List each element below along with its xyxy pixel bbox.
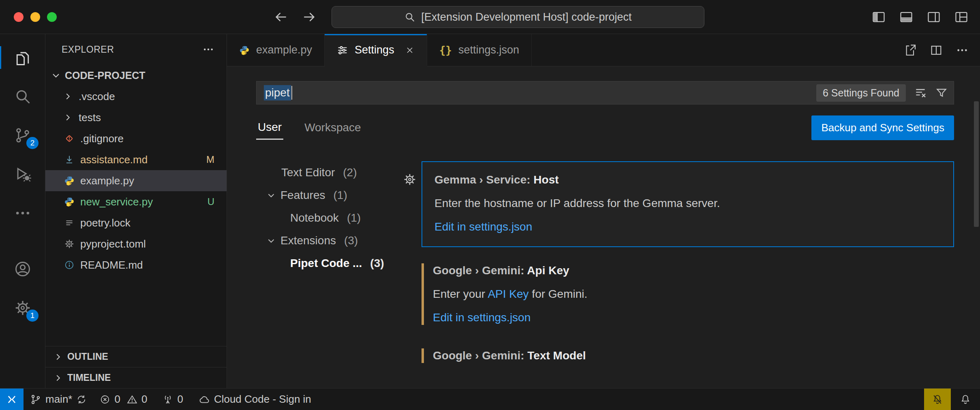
cloud-code-status-item[interactable]: Cloud Code - Sign in	[192, 389, 318, 410]
chevron-down-icon	[50, 70, 62, 81]
radio-tower-icon	[163, 394, 173, 405]
edit-in-settings-json-link[interactable]: Edit in settings.json	[433, 311, 531, 324]
scope-tab-workspace[interactable]: Workspace	[303, 116, 363, 139]
explorer-item-tests[interactable]: tests	[45, 107, 227, 128]
toc-features[interactable]: Features (1)	[256, 184, 410, 207]
settings-sliders-icon	[337, 45, 348, 56]
chevron-right-icon	[53, 352, 63, 362]
activity-source-control[interactable]: 2	[0, 116, 45, 155]
activity-more[interactable]	[0, 194, 45, 233]
problems-status-item[interactable]: 0 0	[93, 389, 156, 410]
activity-bar: 2 1	[0, 34, 45, 388]
settings-search-input[interactable]: pipet 6 Settings Found	[256, 81, 954, 105]
remote-indicator[interactable]	[0, 389, 24, 410]
search-icon	[404, 11, 415, 23]
toc-extensions[interactable]: Extensions (3)	[256, 229, 410, 252]
python-icon	[64, 196, 75, 207]
explorer-item-poetry-lock[interactable]: poetry.lock	[45, 212, 227, 233]
vscode-window: [Extension Development Host] code-projec…	[0, 0, 980, 410]
info-icon	[64, 260, 75, 270]
json-icon: {}	[439, 44, 452, 56]
activity-search[interactable]	[0, 77, 45, 116]
window-title: [Extension Development Host] code-projec…	[421, 11, 631, 23]
chevron-right-icon	[53, 373, 63, 383]
tab-settings-json[interactable]: {} settings.json	[427, 34, 532, 66]
setting-title: Google › Gemini: Text Model	[433, 349, 942, 362]
explorer-item-new-service-py[interactable]: new_service.py U	[45, 191, 227, 212]
ellipsis-icon	[14, 204, 32, 222]
scm-changes-badge: 2	[26, 137, 39, 149]
minimize-window-button[interactable]	[30, 12, 40, 22]
git-modified-badge: M	[206, 154, 214, 165]
open-settings-json-icon[interactable]	[904, 44, 917, 57]
git-file-icon	[64, 133, 75, 144]
results-count-badge: 6 Settings Found	[816, 84, 906, 102]
scope-tab-user[interactable]: User	[256, 116, 283, 140]
activity-settings[interactable]: 1	[0, 288, 45, 327]
toc-notebook[interactable]: Notebook (1)	[256, 207, 410, 229]
backup-sync-settings-button[interactable]: Backup and Sync Settings	[811, 115, 954, 140]
close-tab-icon[interactable]	[405, 45, 415, 55]
notifications-toggle[interactable]	[951, 389, 980, 410]
account-icon	[14, 260, 32, 278]
timeline-section-header[interactable]: TIMELINE	[45, 367, 227, 388]
window-controls	[14, 0, 57, 34]
setting-gemma-service-host[interactable]: Gemma › Service: Host Enter the hostname…	[422, 161, 954, 247]
explorer-item-assistance-md[interactable]: assistance.md M	[45, 149, 227, 170]
editor-scrollbar[interactable]	[974, 101, 979, 227]
chevron-down-icon	[266, 235, 276, 246]
files-icon	[14, 49, 32, 66]
run-debug-icon	[14, 165, 32, 183]
history-back-icon[interactable]	[274, 10, 288, 24]
explorer-item-example-py[interactable]: example.py	[45, 170, 227, 191]
explorer-item-vscode[interactable]: .vscode	[45, 86, 227, 107]
toggle-primary-sidebar-icon[interactable]	[871, 10, 886, 24]
do-not-disturb-toggle[interactable]	[924, 389, 951, 410]
tab-example-py[interactable]: example.py	[227, 34, 325, 66]
close-window-button[interactable]	[14, 12, 24, 22]
explorer-more-actions-icon[interactable]	[202, 43, 214, 56]
api-key-link[interactable]: API Key	[488, 288, 529, 300]
git-untracked-badge: U	[208, 196, 214, 207]
outline-section-header[interactable]: OUTLINE	[45, 346, 227, 367]
setting-actions-gear-icon[interactable]	[403, 173, 417, 186]
zoom-window-button[interactable]	[47, 12, 57, 22]
setting-google-gemini-text-model[interactable]: Google › Gemini: Text Model	[422, 347, 954, 365]
text-cursor	[291, 86, 292, 100]
branch-status-item[interactable]: main*	[24, 389, 93, 410]
ports-status-item[interactable]: 0	[156, 389, 192, 410]
settings-scope-tabs: User Workspace Backup and Sync Settings	[256, 114, 954, 141]
bell-slash-icon	[932, 394, 943, 405]
toc-pipet-code[interactable]: Pipet Code ... (3)	[256, 252, 410, 275]
tab-settings[interactable]: Settings	[325, 34, 427, 66]
settings-editor: pipet 6 Settings Found User Workspace Ba…	[227, 66, 980, 388]
warning-icon	[127, 394, 137, 405]
download-arrow-icon	[64, 154, 75, 165]
explorer-item-pyproject-toml[interactable]: pyproject.toml	[45, 233, 227, 254]
filter-icon[interactable]	[935, 86, 948, 99]
toc-text-editor[interactable]: Text Editor (2)	[256, 161, 410, 184]
activity-accounts[interactable]	[0, 250, 45, 288]
cloud-icon	[199, 394, 210, 405]
clear-search-filters-icon[interactable]	[914, 86, 927, 99]
setting-description: Enter the hostname or IP address for the…	[434, 197, 941, 210]
explorer-item-gitignore[interactable]: .gitignore	[45, 128, 227, 149]
settings-toc: Text Editor (2) Features (1) Notebook (1…	[256, 152, 410, 388]
setting-description: Enter your API Key for Gemini.	[433, 288, 942, 301]
sync-changes-icon[interactable]	[76, 394, 87, 405]
history-forward-icon[interactable]	[302, 10, 316, 24]
editor-more-actions-icon[interactable]	[956, 44, 969, 57]
split-editor-icon[interactable]	[930, 44, 943, 57]
customize-layout-icon[interactable]	[954, 10, 969, 24]
setting-google-gemini-api-key[interactable]: Google › Gemini: Api Key Enter your API …	[422, 262, 954, 327]
command-center[interactable]: [Extension Development Host] code-projec…	[332, 6, 704, 28]
toggle-panel-icon[interactable]	[899, 10, 914, 24]
toggle-secondary-sidebar-icon[interactable]	[927, 10, 941, 24]
explorer-item-readme-md[interactable]: README.md	[45, 254, 227, 275]
tab-bar: example.py Settings {} settings.json	[227, 34, 980, 66]
activity-explorer[interactable]	[0, 38, 45, 77]
explorer-root-folder[interactable]: CODE-PROJECT	[45, 65, 227, 86]
activity-run-debug[interactable]	[0, 155, 45, 194]
edit-in-settings-json-link[interactable]: Edit in settings.json	[434, 220, 532, 233]
chevron-right-icon	[62, 91, 73, 102]
